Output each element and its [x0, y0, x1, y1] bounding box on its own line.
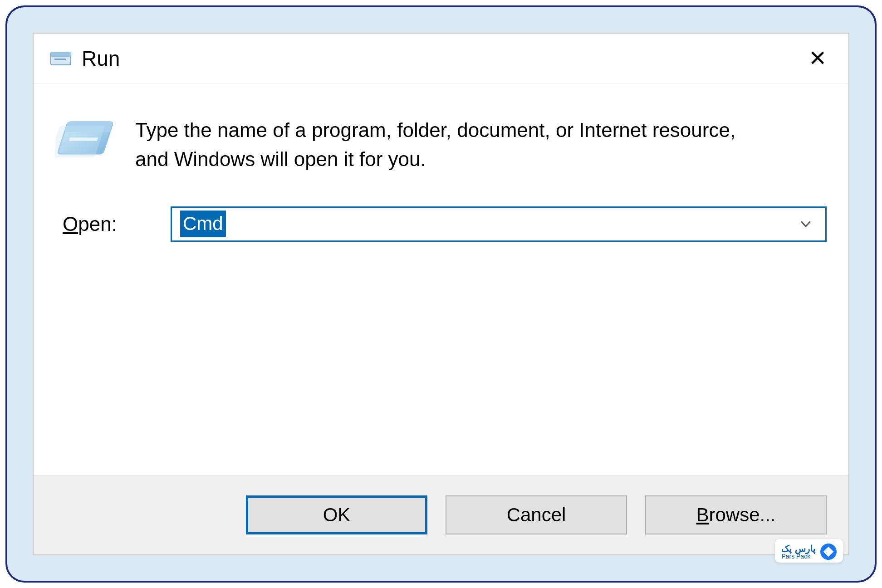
dialog-body: Type the name of a program, folder, docu…	[34, 84, 848, 475]
watermark-line1: پارس پک	[781, 544, 816, 553]
open-label: Open:	[63, 213, 149, 235]
browse-rest: rowse...	[709, 504, 775, 525]
watermark-logo-icon	[820, 544, 837, 560]
cancel-button[interactable]: Cancel	[446, 495, 627, 534]
cancel-button-label: Cancel	[507, 504, 566, 526]
button-bar: OK Cancel Browse...	[34, 475, 848, 554]
open-label-rest: pen:	[78, 213, 117, 235]
run-large-icon	[55, 118, 113, 162]
open-row: Open: Cmd	[55, 206, 827, 242]
dialog-title: Run	[82, 46, 120, 71]
open-label-accel: O	[63, 213, 78, 235]
titlebar: Run ✕	[34, 34, 848, 84]
decorative-frame: Run ✕	[5, 5, 877, 583]
chevron-down-icon[interactable]	[799, 217, 813, 231]
watermark-text: پارس پک Pars Pack	[781, 544, 816, 559]
close-button[interactable]: ✕	[805, 48, 830, 69]
svg-rect-1	[51, 52, 71, 57]
run-dialog: Run ✕	[33, 33, 849, 555]
open-input-value[interactable]: Cmd	[180, 211, 226, 237]
watermark-line2: Pars Pack	[781, 553, 816, 559]
run-icon	[50, 49, 72, 68]
browse-button[interactable]: Browse...	[645, 495, 827, 534]
description-text: Type the name of a program, folder, docu…	[135, 116, 770, 174]
svg-rect-2	[54, 59, 66, 60]
title-left: Run	[50, 46, 120, 71]
open-combobox[interactable]: Cmd	[171, 206, 827, 242]
description-row: Type the name of a program, folder, docu…	[55, 116, 827, 174]
browse-accel: B	[696, 504, 709, 525]
watermark-badge: پارس پک Pars Pack	[775, 539, 843, 563]
ok-button-label: OK	[323, 504, 351, 526]
ok-button[interactable]: OK	[246, 495, 427, 534]
